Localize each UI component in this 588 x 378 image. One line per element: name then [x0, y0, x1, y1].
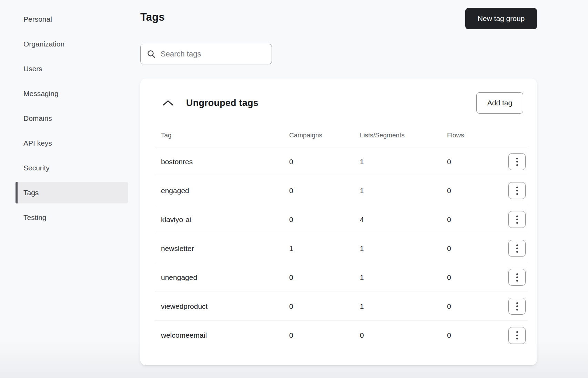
search-input[interactable]: [161, 50, 265, 59]
table-row: engaged 0 1 0: [155, 176, 528, 205]
campaigns-count-cell: 0: [289, 187, 360, 195]
card-title: Ungrouped tags: [186, 98, 258, 108]
tag-name-cell: engaged: [155, 187, 289, 195]
tag-name-cell: klaviyo-ai: [155, 216, 289, 224]
sidebar-item-label: Organization: [23, 40, 64, 48]
collapse-section-button[interactable]: [161, 98, 175, 108]
sidebar-item-tags[interactable]: Tags: [16, 182, 128, 203]
row-actions-menu-button[interactable]: [508, 182, 526, 199]
flows-count-cell: 0: [447, 302, 508, 311]
column-header-campaigns: Campaigns: [289, 132, 360, 139]
new-tag-group-button[interactable]: New tag group: [465, 8, 537, 29]
column-header-flows: Flows: [447, 132, 508, 139]
row-actions-menu-button[interactable]: [508, 298, 526, 315]
sidebar-item-api-keys[interactable]: API keys: [0, 131, 134, 156]
table-row: viewedproduct 0 1 0: [155, 292, 528, 321]
tag-name-cell: viewedproduct: [155, 302, 289, 311]
sidebar-item-label: Users: [23, 65, 42, 73]
sidebar-item-users[interactable]: Users: [0, 56, 134, 81]
tag-name-cell: unengaged: [155, 273, 289, 282]
sidebar-item-organization[interactable]: Organization: [0, 32, 134, 56]
flows-count-cell: 0: [447, 216, 508, 224]
column-header-tag: Tag: [155, 132, 289, 139]
card-header: Ungrouped tags Add tag: [140, 78, 537, 114]
sidebar-item-label: Messaging: [23, 90, 59, 98]
sidebar-item-label: Personal: [23, 15, 52, 23]
sidebar-item-label: Tags: [23, 189, 39, 197]
campaigns-count-cell: 0: [289, 216, 360, 224]
table-row: newsletter 1 1 0: [155, 234, 528, 263]
row-actions-menu-button[interactable]: [508, 240, 526, 257]
tags-table: Tag Campaigns Lists/Segments Flows bosto…: [155, 123, 528, 350]
settings-sidebar: Personal Organization Users Messaging Do…: [0, 0, 134, 230]
lists-segments-count-cell: 1: [360, 273, 447, 282]
search-icon: [147, 50, 156, 59]
campaigns-count-cell: 0: [289, 158, 360, 166]
settings-tags-page: { "sidebar": { "selected_index": 7, "ite…: [0, 0, 588, 378]
row-actions-menu-button[interactable]: [508, 153, 526, 170]
table-row: klaviyo-ai 0 4 0: [155, 205, 528, 234]
row-actions-menu-button[interactable]: [508, 327, 526, 344]
sidebar-item-label: Security: [23, 164, 50, 172]
page-title: Tags: [140, 11, 165, 23]
campaigns-count-cell: 1: [289, 244, 360, 253]
tag-name-cell: newsletter: [155, 244, 289, 253]
lists-segments-count-cell: 4: [360, 216, 447, 224]
sidebar-item-security[interactable]: Security: [0, 156, 134, 180]
campaigns-count-cell: 0: [289, 331, 360, 339]
sidebar-item-messaging[interactable]: Messaging: [0, 81, 134, 106]
tag-name-cell: bostonres: [155, 158, 289, 166]
ungrouped-tags-card: Ungrouped tags Add tag Tag Campaigns Lis…: [140, 78, 537, 365]
campaigns-count-cell: 0: [289, 273, 360, 282]
table-row: bostonres 0 1 0: [155, 147, 528, 176]
sidebar-item-label: Testing: [23, 213, 47, 222]
table-header-row: Tag Campaigns Lists/Segments Flows: [155, 123, 528, 147]
flows-count-cell: 0: [447, 244, 508, 253]
row-actions-menu-button[interactable]: [508, 269, 526, 286]
table-row: unengaged 0 1 0: [155, 263, 528, 292]
chevron-up-icon: [162, 99, 174, 106]
sidebar-item-domains[interactable]: Domains: [0, 106, 134, 131]
column-header-lists-segments: Lists/Segments: [360, 132, 447, 139]
sidebar-item-testing[interactable]: Testing: [0, 205, 134, 230]
lists-segments-count-cell: 1: [360, 244, 447, 253]
flows-count-cell: 0: [447, 273, 508, 282]
table-row: welcomeemail 0 0 0: [155, 321, 528, 350]
sidebar-item-label: Domains: [23, 114, 52, 123]
lists-segments-count-cell: 0: [360, 331, 447, 339]
sidebar-item-label: API keys: [23, 139, 52, 147]
campaigns-count-cell: 0: [289, 302, 360, 311]
table-body: bostonres 0 1 0 engaged 0 1 0 klaviyo-ai…: [155, 147, 528, 350]
flows-count-cell: 0: [447, 158, 508, 166]
search-box: [140, 44, 272, 64]
lists-segments-count-cell: 1: [360, 187, 447, 195]
add-tag-button[interactable]: Add tag: [476, 92, 523, 114]
flows-count-cell: 0: [447, 331, 508, 339]
lists-segments-count-cell: 1: [360, 158, 447, 166]
lists-segments-count-cell: 1: [360, 302, 447, 311]
flows-count-cell: 0: [447, 187, 508, 195]
tag-name-cell: welcomeemail: [155, 331, 289, 339]
row-actions-menu-button[interactable]: [508, 211, 526, 228]
sidebar-item-personal[interactable]: Personal: [0, 7, 134, 32]
